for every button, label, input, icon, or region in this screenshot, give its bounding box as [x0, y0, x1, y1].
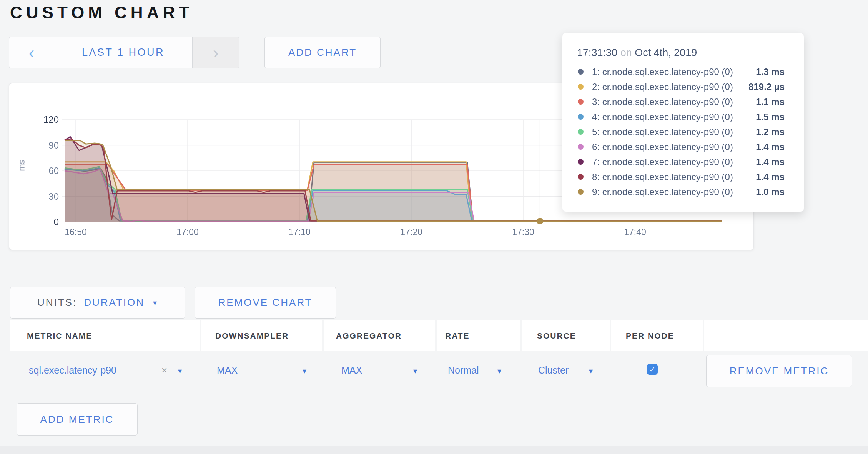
time-range-prev-button[interactable]: ‹ — [9, 37, 54, 68]
header-actions — [704, 320, 868, 351]
tooltip-series-row: 2: cr.node.sql.exec.latency-p90 (0)819.2… — [562, 79, 804, 94]
metric-name-value[interactable]: sql.exec.latency-p90 — [29, 365, 116, 376]
y-tick-label: 60 — [48, 165, 59, 176]
series-label: 9: cr.node.sql.exec.latency-p90 (0) — [592, 187, 733, 197]
tooltip-series-row: 3: cr.node.sql.exec.latency-p90 (0)1.1 m… — [562, 94, 804, 109]
series-label: 4: cr.node.sql.exec.latency-p90 (0) — [592, 112, 733, 122]
source-dropdown-icon[interactable]: ▾ — [589, 366, 593, 376]
chevron-down-icon: ▾ — [153, 298, 158, 307]
x-tick-label: 17:00 — [176, 227, 199, 237]
series-label: 7: cr.node.sql.exec.latency-p90 (0) — [592, 157, 733, 167]
x-tick-label: 17:40 — [624, 227, 646, 237]
series-color-dot — [578, 69, 584, 75]
series-label: 6: cr.node.sql.exec.latency-p90 (0) — [592, 142, 733, 152]
series-color-dot — [578, 174, 584, 180]
series-value: 1.1 ms — [756, 97, 785, 107]
time-range-picker[interactable]: ‹ LAST 1 HOUR › — [9, 37, 239, 68]
tooltip-series-row: 6: cr.node.sql.exec.latency-p90 (0)1.4 m… — [562, 139, 804, 154]
metric-name-dropdown-icon[interactable]: ▾ — [178, 366, 182, 376]
downsampler-dropdown-icon[interactable]: ▾ — [303, 366, 306, 376]
tooltip-series-row: 8: cr.node.sql.exec.latency-p90 (0)1.4 m… — [562, 169, 804, 184]
series-value: 1.2 ms — [756, 127, 785, 137]
y-tick-label: 30 — [48, 191, 59, 202]
aggregator-select[interactable]: MAX — [341, 365, 362, 376]
header-source: SOURCE — [522, 320, 610, 351]
header-metric-name: METRIC NAME — [10, 320, 200, 351]
add-metric-button[interactable]: ADD METRIC — [17, 403, 138, 436]
series-value: 1.4 ms — [756, 142, 785, 152]
series-color-dot — [578, 84, 584, 90]
x-tick-label: 17:20 — [400, 227, 422, 237]
y-axis-unit-label: ms — [17, 160, 27, 171]
source-select[interactable]: Cluster — [538, 365, 569, 376]
tooltip-series-row: 9: cr.node.sql.exec.latency-p90 (0)1.0 m… — [562, 184, 804, 199]
aggregator-dropdown-icon[interactable]: ▾ — [413, 366, 417, 376]
series-value: 1.3 ms — [756, 67, 785, 77]
x-tick-label: 16:50 — [65, 227, 87, 237]
header-downsampler: DOWNSAMPLER — [201, 320, 322, 351]
series-label: 5: cr.node.sql.exec.latency-p90 (0) — [592, 127, 733, 137]
series-label: 2: cr.node.sql.exec.latency-p90 (0) — [592, 82, 733, 92]
chart-hover-tooltip: 17:31:30 on Oct 4th, 2019 1: cr.node.sql… — [562, 33, 804, 212]
remove-metric-button[interactable]: REMOVE METRIC — [706, 355, 852, 387]
tooltip-series-list: 1: cr.node.sql.exec.latency-p90 (0)1.3 m… — [562, 64, 804, 199]
header-aggregator: AGGREGATOR — [324, 320, 435, 351]
series-color-dot — [578, 99, 584, 105]
series-color-dot — [578, 159, 584, 165]
rate-dropdown-icon[interactable]: ▾ — [497, 366, 501, 376]
series-label: 3: cr.node.sql.exec.latency-p90 (0) — [592, 97, 733, 107]
tooltip-series-row: 1: cr.node.sql.exec.latency-p90 (0)1.3 m… — [562, 64, 804, 79]
clear-metric-icon[interactable]: × — [161, 364, 167, 376]
series-color-dot — [578, 144, 584, 150]
series-value: 1.0 ms — [756, 187, 785, 197]
chevron-left-icon: ‹ — [29, 43, 35, 62]
remove-chart-button[interactable]: REMOVE CHART — [195, 287, 336, 319]
y-tick-label: 120 — [43, 114, 59, 125]
x-tick-label: 17:30 — [512, 227, 534, 237]
series-value: 819.2 µs — [748, 82, 785, 92]
series-value: 1.4 ms — [756, 157, 785, 167]
units-value: DURATION — [84, 297, 145, 309]
per-node-checkbox[interactable]: ✓ — [647, 364, 658, 375]
series-label: 1: cr.node.sql.exec.latency-p90 (0) — [592, 67, 733, 77]
series-color-dot — [578, 129, 584, 135]
series-color-dot — [578, 189, 584, 195]
tooltip-timestamp: 17:31:30 on Oct 4th, 2019 — [577, 47, 804, 59]
chevron-right-icon: › — [213, 43, 219, 62]
y-tick-label: 0 — [54, 217, 59, 227]
header-per-node: PER NODE — [611, 320, 703, 351]
series-value: 1.4 ms — [756, 172, 785, 182]
x-tick-label: 17:10 — [288, 227, 311, 237]
header-rate: RATE — [437, 320, 520, 351]
page-title: CUSTOM CHART — [10, 3, 193, 22]
downsampler-select[interactable]: MAX — [217, 365, 238, 376]
check-icon: ✓ — [649, 365, 655, 374]
time-range-label[interactable]: LAST 1 HOUR — [54, 37, 192, 68]
tooltip-series-row: 5: cr.node.sql.exec.latency-p90 (0)1.2 m… — [562, 124, 804, 139]
y-tick-label: 90 — [48, 140, 59, 151]
rate-select[interactable]: Normal — [448, 365, 479, 376]
units-label: UNITS: — [37, 297, 77, 309]
tooltip-series-row: 7: cr.node.sql.exec.latency-p90 (0)1.4 m… — [562, 154, 804, 169]
series-value: 1.5 ms — [756, 112, 785, 122]
tooltip-series-row: 4: cr.node.sql.exec.latency-p90 (0)1.5 m… — [562, 109, 804, 124]
add-chart-button[interactable]: ADD CHART — [264, 37, 381, 68]
series-color-dot — [578, 114, 584, 120]
page-footer-strip — [0, 446, 868, 454]
series-label: 8: cr.node.sql.exec.latency-p90 (0) — [592, 172, 733, 182]
units-dropdown[interactable]: UNITS: DURATION ▾ — [10, 287, 185, 319]
time-range-next-button[interactable]: › — [192, 37, 239, 68]
